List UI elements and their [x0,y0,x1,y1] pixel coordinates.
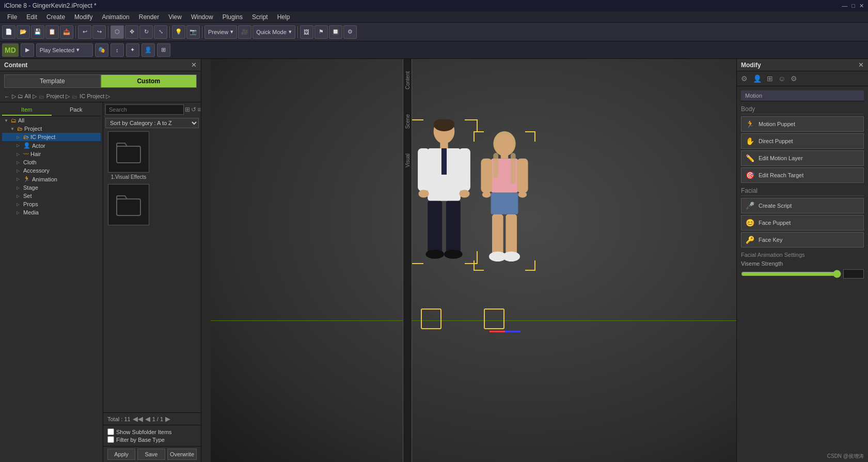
strip-content[interactable]: Content [405,69,411,91]
content-footer: Show Subfolder Items Filter by Base Type [103,425,201,446]
next-page-btn[interactable]: ▶ [165,415,170,423]
menu-help[interactable]: Help [273,12,294,22]
render3-btn[interactable]: 🔲 [329,25,342,39]
tree-set[interactable]: ▷ Set [2,192,101,200]
edit-motion-layer-btn[interactable]: ✏️ Edit Motion Layer [741,150,864,166]
menu-render[interactable]: Render [135,12,163,22]
tab-item[interactable]: Item [2,104,52,116]
save-asset-btn[interactable]: Save [137,449,165,460]
face-puppet-btn[interactable]: 😊 Face Puppet [741,215,864,230]
undo-btn[interactable]: ↩ [78,25,91,39]
direct-puppet-btn[interactable]: ✋ Direct Puppet [741,133,864,149]
menu-modify[interactable]: Modify [70,12,97,22]
import-btn[interactable]: 📥 [60,25,73,39]
bc-ic-project[interactable]: IC Project ▷ [80,93,110,100]
tree-props[interactable]: ▷ Props [2,200,101,208]
camera-btn[interactable]: 📷 [186,25,200,39]
apply-btn[interactable]: Apply [107,449,135,460]
overwrite-btn[interactable]: Overwrite [167,449,197,460]
modify-settings-btn[interactable]: ⚙ [788,73,799,84]
viewport[interactable] [211,59,736,462]
minimize-btn[interactable]: — [842,3,847,9]
refresh-btn[interactable]: ↺ [191,106,196,113]
menu-plugins[interactable]: Plugins [218,12,247,22]
maximize-btn[interactable]: □ [851,3,855,9]
asset-item-2[interactable] [105,184,152,227]
render2-btn[interactable]: ⚑ [314,25,328,39]
modify-filter-btn[interactable]: ⚙ [739,73,750,84]
modify-grid-btn[interactable]: ⊞ [765,73,775,84]
preview-dropdown[interactable]: Preview ▾ [204,25,237,39]
move-btn[interactable]: ✥ [125,25,138,39]
create-script-btn[interactable]: 🎤 Create Script [741,198,864,213]
save-btn[interactable]: 💾 [31,25,44,39]
sort-select[interactable]: Sort by Category : A to Z [105,118,199,128]
tree-ic-project[interactable]: ▷ 🗁 IC Project [2,133,101,141]
content-panel: Content ✕ Template Custom ← ▷ 🗂 All ▷ 🗁 … [0,59,201,462]
tb2-btn3[interactable]: ✦ [126,43,139,57]
strip-visual[interactable]: Visual [405,151,411,170]
open-btn[interactable]: 📂 [17,25,30,39]
tree-cloth[interactable]: ▷ Cloth [2,158,101,166]
asset-visual-effects[interactable]: 1.Visual Effects [105,131,152,180]
new-btn[interactable]: 📄 [2,25,15,39]
first-page-btn[interactable]: ◀◀ [133,415,143,423]
show-subfolder-cb[interactable] [107,428,114,435]
filter-btn[interactable]: ⊞ [185,106,190,113]
tree-stage[interactable]: ▷ Stage [2,183,101,192]
viseme-strength-value[interactable]: 100 [843,269,864,279]
menu-edit[interactable]: Edit [22,12,41,22]
menu-window[interactable]: Window [187,12,217,22]
quickmode-dropdown[interactable]: Quick Mode ▾ [252,25,295,39]
prev-page-btn[interactable]: ◀ [145,415,150,423]
camera-icon-btn[interactable]: 🎥 [238,25,251,39]
tab-template[interactable]: Template [4,74,101,88]
save-as-btn[interactable]: 📋 [45,25,59,39]
tab-pack[interactable]: Pack [52,104,101,116]
tb2-btn5[interactable]: ⊞ [157,43,170,57]
tab-custom[interactable]: Custom [101,74,197,88]
tb2-btn4[interactable]: 👤 [141,43,155,57]
menu-script[interactable]: Script [248,12,272,22]
tree-accessory[interactable]: ▷ Accessory [2,166,101,175]
viseme-strength-slider[interactable] [741,270,841,278]
tb2-btn1[interactable]: 🎭 [95,43,108,57]
tree-hair[interactable]: ▷ 〰 Hair [2,150,101,158]
modify-close-btn[interactable]: ✕ [858,61,864,69]
tree-project[interactable]: ▼ 🗁 Project [2,125,101,133]
modify-person-btn[interactable]: 👤 [751,73,764,84]
edit-reach-target-btn[interactable]: 🎯 Edit Reach Target [741,167,864,183]
render-btn[interactable]: 🖼 [300,25,313,39]
menu-create[interactable]: Create [42,12,69,22]
scale-btn[interactable]: ⤡ [154,25,167,39]
menu-view[interactable]: View [164,12,186,22]
content-close-btn[interactable]: ✕ [191,61,197,69]
light-btn[interactable]: 💡 [172,25,185,39]
play-selected-dropdown[interactable]: Play Selected ▾ [36,43,93,57]
menu-file[interactable]: File [3,12,21,22]
tree-actor[interactable]: ▷ 👤 Actor [2,141,101,150]
menu-animation[interactable]: Animation [98,12,133,22]
tree-all[interactable]: ▼ 🗂 All [2,116,101,125]
motion-director-btn[interactable]: MD [2,43,19,57]
tree-media[interactable]: ▷ Media [2,208,101,217]
redo-btn[interactable]: ↪ [92,25,106,39]
filter-base-type-cb[interactable] [107,436,114,443]
modify-face-btn[interactable]: ☺ [776,73,787,84]
bc-all[interactable]: ▷ 🗂 All ▷ [12,93,37,100]
bc-back-arrow[interactable]: ← [4,94,10,100]
face-key-btn[interactable]: 🔑 Face Key [741,232,864,248]
rotate-btn[interactable]: ↻ [139,25,153,39]
close-btn[interactable]: ✕ [859,3,864,9]
render4-btn[interactable]: ⚙ [343,25,357,39]
play-btn-tb2[interactable]: ▶ [21,43,34,57]
select-btn[interactable]: ⬡ [111,25,124,39]
more-btn[interactable]: ≡ [197,106,201,113]
direct-puppet-label: Direct Puppet [759,138,793,144]
tree-animation[interactable]: ▷ 🏃 Animation [2,175,101,183]
tb2-btn2[interactable]: ↕ [111,43,124,57]
strip-scene[interactable]: Scene [405,112,411,131]
motion-puppet-btn[interactable]: 🏃 Motion Puppet [741,116,864,132]
bc-project[interactable]: Project ▷ [46,93,70,100]
search-input[interactable] [105,104,184,115]
